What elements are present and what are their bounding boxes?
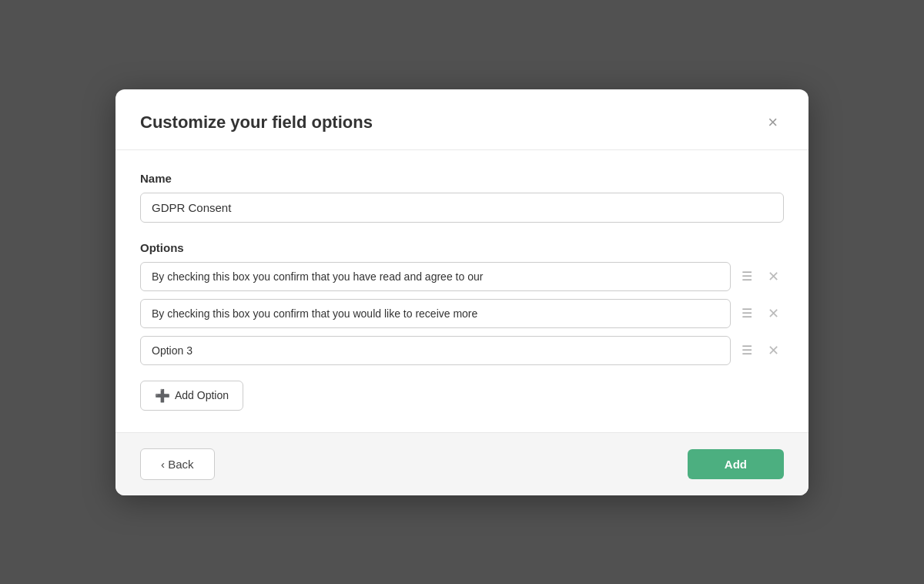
modal-overlay: Customize your field options × Name Opti… [0,0,924,584]
option-row-1: ☰ ✕ [140,262,784,291]
close-button[interactable]: × [762,111,784,134]
drag-handle-1[interactable]: ☰ [738,267,755,286]
name-input[interactable] [140,193,784,223]
modal-title: Customize your field options [140,112,373,133]
option-input-3[interactable] [140,336,731,365]
remove-button-3[interactable]: ✕ [763,341,784,361]
remove-button-1[interactable]: ✕ [763,267,784,287]
remove-button-2[interactable]: ✕ [763,304,784,324]
back-button[interactable]: ‹ Back [140,448,215,480]
drag-handle-3[interactable]: ☰ [738,341,755,360]
modal-header: Customize your field options × [116,89,808,150]
modal-body: Name Options ☰ ✕ ☰ ✕ ☰ ✕ [116,150,808,432]
add-option-icon: ➕ [155,388,170,403]
add-option-label: Add Option [175,389,229,401]
option-row-3: ☰ ✕ [140,336,784,365]
add-option-button[interactable]: ➕ Add Option [140,381,243,411]
options-section: Options ☰ ✕ ☰ ✕ ☰ ✕ [140,241,784,365]
option-input-1[interactable] [140,262,731,291]
option-input-2[interactable] [140,299,731,328]
name-label: Name [140,172,784,185]
add-button[interactable]: Add [688,449,784,479]
drag-handle-2[interactable]: ☰ [738,304,755,323]
modal-dialog: Customize your field options × Name Opti… [116,89,808,495]
option-row-2: ☰ ✕ [140,299,784,328]
options-label: Options [140,241,784,254]
modal-footer: ‹ Back Add [116,432,808,495]
